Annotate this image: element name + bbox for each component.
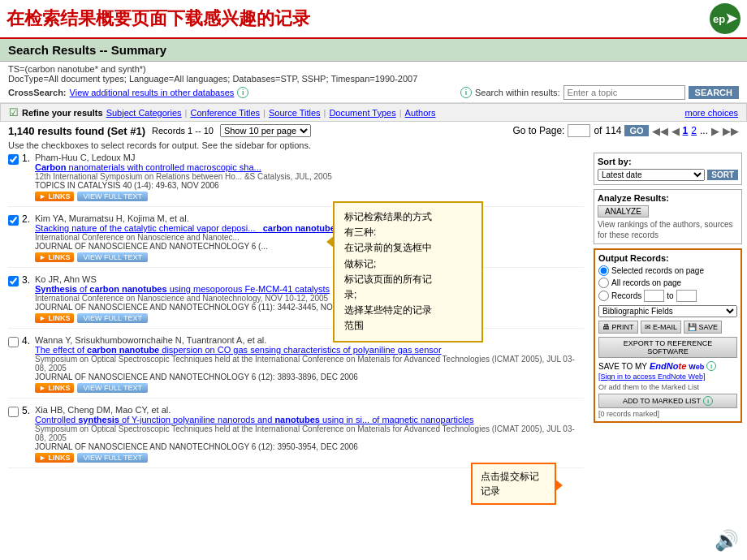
email-icon: ✉	[645, 323, 651, 331]
go-button[interactable]: GO	[624, 125, 648, 136]
crosssearch-link[interactable]: View additional results in other databas…	[70, 88, 235, 97]
fulltext-btn-1[interactable]: VIEW FULL TEXT	[77, 192, 148, 201]
result-details-3: International Conference on Nanoscience …	[35, 294, 584, 303]
result-journal-4: JOURNAL OF NANOSCIENCE AND NANOTECHNOLOG…	[35, 373, 584, 381]
sr-bar: Search Results -- Summary	[0, 39, 747, 62]
search-button[interactable]: SEARCH	[689, 86, 739, 99]
ellipsis: ...	[700, 125, 708, 136]
radio-range[interactable]	[598, 291, 609, 301]
sep2: |	[263, 108, 266, 118]
fulltext-btn-3[interactable]: VIEW FULL TEXT	[77, 313, 148, 323]
or-label: Or add them to the Marked List	[598, 383, 737, 391]
print-button[interactable]: 🖶 PRINT	[598, 321, 638, 334]
next-page-btn[interactable]: ▶	[711, 125, 719, 137]
result-buttons-4: ► LINKS VIEW FULL TEXT	[35, 383, 584, 393]
radio-all[interactable]	[598, 278, 609, 288]
radio-range-row: Records to	[598, 290, 737, 302]
links-btn-5[interactable]: ► LINKS	[35, 453, 74, 463]
result-content-5: Xia HB, Cheng DM, Mao CY, et al. Control…	[35, 405, 584, 463]
search-input[interactable]	[563, 85, 685, 100]
sort-button[interactable]: SORT	[707, 170, 738, 180]
save-label: SAVE	[699, 323, 718, 331]
result-num-5: 5.	[22, 405, 35, 416]
result-content-4: Wanna Y, Srisukhumbowornchaihe N, Tuantr…	[35, 335, 584, 393]
prev-page-btn[interactable]: ◀	[671, 125, 680, 137]
result-checkbox-3[interactable]	[8, 276, 19, 286]
pagination-area: Go to Page: 1 of 114 GO ◀◀ ◀ 1 2 ... ▶ ▶…	[512, 124, 739, 137]
first-page-btn[interactable]: ◀◀	[652, 125, 668, 137]
total-pages: 114	[605, 125, 621, 136]
analyze-desc: View rankings of the authors, sources fo…	[598, 219, 738, 240]
result-journal-2: JOURNAL OF NANOSCIENCE AND NANOTECHNOLOG…	[35, 242, 584, 251]
save-button[interactable]: 💾 SAVE	[684, 321, 722, 334]
page-2-link[interactable]: 2	[691, 125, 697, 136]
result-details-2: International Conference on Nanoscience …	[35, 233, 584, 242]
fulltext-btn-4[interactable]: VIEW FULL TEXT	[77, 383, 148, 393]
refine-conference[interactable]: Conference Titles	[190, 108, 260, 118]
radio-selected[interactable]	[598, 265, 609, 276]
fulltext-btn-5[interactable]: VIEW FULL TEXT	[77, 453, 148, 463]
result-journal-5: JOURNAL OF NANOSCIENCE AND NANOTECHNOLOG…	[35, 442, 584, 451]
result-num-3: 3.	[22, 274, 35, 286]
marked-info-icon: i	[703, 396, 713, 406]
range-to-input[interactable]	[676, 290, 697, 302]
add-marked-button[interactable]: ADD TO MARKED LIST i	[598, 394, 737, 408]
ts-query: TS=(carbon nanotube* and synth*)	[8, 64, 739, 74]
fulltext-btn-2[interactable]: VIEW FULL TEXT	[77, 252, 148, 262]
result-authors-2: Kim YA, Muramatsu H, Kojima M, et al.	[35, 213, 584, 223]
range-from-input[interactable]	[644, 290, 664, 302]
page-number-input[interactable]: 1	[568, 124, 590, 137]
links-btn-4[interactable]: ► LINKS	[35, 383, 74, 393]
result-title-link-5[interactable]: Controlled synthesis of Y-junction polya…	[35, 415, 474, 424]
result-title-2: Stacking nature of the catalytic chemica…	[35, 223, 584, 233]
refine-checkbox[interactable]: ☑	[9, 106, 19, 118]
links-btn-2[interactable]: ► LINKS	[35, 252, 74, 262]
goto-label: Go to Page:	[512, 125, 564, 136]
result-journal-1: TOPICS IN CATALYSIS 40 (1-4): 49-63, NOV…	[35, 181, 584, 190]
print-label: PRINT	[612, 323, 634, 331]
sort-select[interactable]: Latest date	[598, 169, 705, 181]
export-button[interactable]: EXPORT TO REFERENCE SOFTWARE	[598, 337, 737, 358]
result-title-link-2[interactable]: Stacking nature of the catalytic chemica…	[35, 223, 340, 233]
audio-icon[interactable]: 🔊	[715, 529, 739, 552]
refine-source[interactable]: Source Titles	[269, 108, 321, 118]
signin-row: [Sign in to access EndNote Web]	[598, 373, 737, 381]
signin-link[interactable]: [Sign in to access EndNote Web]	[598, 373, 705, 381]
logo-arrow: ➤	[725, 10, 737, 28]
table-row: 3. Ko JR, Ahn WS Synthesis of carbon nan…	[8, 274, 584, 329]
result-title-4: The effect of carbon nanotube dispersion…	[35, 345, 584, 355]
info-icon2: i	[460, 87, 472, 98]
result-title-link-4[interactable]: The effect of carbon nanotube dispersion…	[35, 345, 442, 355]
page-title: 在检索结果概要页面下载感兴趣的记录	[6, 6, 310, 31]
table-row: 4. Wanna Y, Srisukhumbowornchaihe N, Tua…	[8, 335, 584, 398]
crosssearch-row: CrossSearch: View additional results in …	[8, 85, 739, 100]
page-1-link[interactable]: 1	[683, 125, 689, 136]
analyze-button[interactable]: ANALYZE	[598, 205, 649, 218]
more-choices[interactable]: more choices	[685, 108, 738, 118]
refine-authors[interactable]: Authors	[405, 108, 436, 118]
printer-icon: 🖶	[602, 323, 610, 331]
tooltip-text-2: 点击提交标记记录	[481, 469, 546, 498]
sep3: |	[324, 108, 326, 118]
biblio-select[interactable]: Bibliographic Fields	[598, 305, 737, 317]
endnote-text: EndNote	[650, 361, 686, 371]
refine-subject[interactable]: Subject Categories	[106, 108, 182, 118]
endnote-link[interactable]: EndNote Web	[650, 361, 704, 371]
result-content-1: Pham-Huu C, Ledoux MJ Carbon nanomateria…	[35, 153, 584, 201]
to-label: to	[667, 291, 673, 300]
links-btn-1[interactable]: ► LINKS	[35, 192, 74, 201]
result-checkbox-2[interactable]	[8, 215, 19, 226]
per-page-select[interactable]: Show 10 per page Show 25 per page	[220, 124, 311, 137]
result-title-link-3[interactable]: Synthesis of carbon nanotubes using meso…	[35, 284, 330, 294]
result-title-link-1[interactable]: Carbon nanomaterials with controlled mac…	[35, 162, 261, 172]
links-btn-3[interactable]: ► LINKS	[35, 313, 74, 323]
email-label: E-MAIL	[653, 323, 677, 331]
refine-doctype[interactable]: Document Types	[329, 108, 395, 118]
last-page-btn[interactable]: ▶▶	[723, 125, 739, 137]
results-header: 1,140 results found (Set #1) Records 1 -…	[0, 122, 747, 140]
email-button[interactable]: ✉ E-MAIL	[641, 321, 682, 334]
result-checkbox-4[interactable]	[8, 337, 19, 347]
result-checkbox-5[interactable]	[8, 407, 19, 417]
result-checkbox-1[interactable]	[8, 154, 19, 165]
result-content-3: Ko JR, Ahn WS Synthesis of carbon nanotu…	[35, 274, 584, 323]
